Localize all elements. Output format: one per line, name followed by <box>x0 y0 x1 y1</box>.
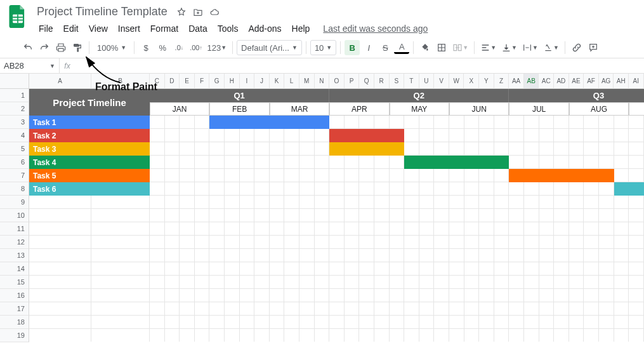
row-header[interactable]: 7 <box>0 169 29 182</box>
task-label[interactable]: Task 5 <box>29 169 150 182</box>
row-header[interactable]: 12 <box>0 236 29 249</box>
horizontal-align-button[interactable]: ▼ <box>478 40 498 55</box>
fill-color-button[interactable] <box>417 40 433 55</box>
menu-view[interactable]: View <box>84 21 112 36</box>
row-header[interactable]: 15 <box>0 276 29 289</box>
row-header[interactable]: 2 <box>0 102 29 116</box>
italic-button[interactable]: I <box>361 40 376 55</box>
column-header[interactable]: AE <box>569 74 584 89</box>
column-header[interactable]: AH <box>614 74 629 89</box>
column-header[interactable]: S <box>390 74 405 89</box>
column-header[interactable]: V <box>434 74 449 89</box>
vertical-align-button[interactable]: ▼ <box>499 40 519 55</box>
print-button[interactable] <box>53 40 69 55</box>
cell[interactable]: AUG <box>569 102 629 116</box>
column-header[interactable]: B <box>91 74 150 89</box>
column-header[interactable]: G <box>209 74 225 89</box>
column-header[interactable]: R <box>374 74 390 89</box>
format-currency-button[interactable]: $ <box>138 40 154 55</box>
strikethrough-button[interactable]: S <box>378 40 393 55</box>
font-size-selector[interactable]: 10▼ <box>310 40 336 55</box>
column-header[interactable]: Z <box>494 74 509 89</box>
cells[interactable]: Project TimelineQ1Q2Q3JANFEBMARAPRMAYJUN… <box>29 89 644 342</box>
column-header[interactable]: K <box>270 74 285 89</box>
row-header[interactable]: 10 <box>0 209 29 222</box>
cell[interactable]: Q1 <box>150 89 329 102</box>
cell[interactable]: JUN <box>449 102 509 116</box>
sheets-logo[interactable] <box>5 4 30 29</box>
column-header[interactable]: O <box>329 74 345 89</box>
column-header[interactable]: AG <box>599 74 614 89</box>
borders-button[interactable] <box>434 40 449 55</box>
text-rotation-button[interactable]: ▼ <box>541 40 561 55</box>
select-all-corner[interactable] <box>0 74 29 89</box>
column-header[interactable]: AC <box>539 74 554 89</box>
column-header[interactable]: Q <box>359 74 374 89</box>
cell[interactable]: Q2 <box>329 89 509 102</box>
redo-button[interactable] <box>37 40 52 55</box>
cell[interactable]: Project Timeline <box>29 89 150 116</box>
menu-format[interactable]: Format <box>146 21 183 36</box>
row-header[interactable]: 9 <box>0 196 29 209</box>
paint-format-button[interactable] <box>70 40 85 55</box>
menu-help[interactable]: Help <box>287 21 315 36</box>
task-label[interactable]: Task 4 <box>29 156 150 169</box>
more-formats-button[interactable]: 123▼ <box>205 40 228 55</box>
row-header[interactable]: 14 <box>0 262 29 276</box>
column-header[interactable]: I <box>240 74 255 89</box>
column-header[interactable]: AF <box>584 74 599 89</box>
cell[interactable]: APR <box>329 102 389 116</box>
column-header[interactable]: N <box>315 74 330 89</box>
menu-file[interactable]: File <box>34 21 58 36</box>
cell[interactable]: MAY <box>390 102 449 116</box>
gantt-bar[interactable] <box>329 142 404 156</box>
row-header[interactable]: 5 <box>0 142 29 156</box>
row-header[interactable]: 1 <box>0 89 29 102</box>
row-header[interactable]: 18 <box>0 316 29 329</box>
increase-decimal-button[interactable]: .00↑ <box>188 40 204 55</box>
row-header[interactable]: 17 <box>0 302 29 316</box>
format-percent-button[interactable]: % <box>155 40 170 55</box>
doc-title[interactable]: Project Timeline Template <box>34 4 170 20</box>
task-label[interactable]: Task 1 <box>29 116 150 129</box>
column-header[interactable]: AI <box>629 74 644 89</box>
bold-button[interactable]: B <box>345 40 360 55</box>
menu-tools[interactable]: Tools <box>213 21 243 36</box>
zoom-selector[interactable]: 100%▼ <box>93 40 130 55</box>
cell[interactable]: JAN <box>150 102 209 116</box>
column-header[interactable]: D <box>165 74 180 89</box>
column-header[interactable]: C <box>150 74 165 89</box>
column-header[interactable]: A <box>29 74 91 89</box>
formula-input[interactable] <box>75 58 644 73</box>
gantt-bar[interactable] <box>614 182 644 196</box>
row-header[interactable]: 6 <box>0 156 29 169</box>
gantt-bar[interactable] <box>209 116 329 129</box>
row-header[interactable]: 3 <box>0 116 29 129</box>
star-icon[interactable] <box>176 7 187 17</box>
gantt-bar[interactable] <box>404 156 509 169</box>
row-header[interactable]: 11 <box>0 222 29 236</box>
menu-addons[interactable]: Add-ons <box>244 21 286 36</box>
task-label[interactable]: Task 3 <box>29 142 150 156</box>
undo-button[interactable] <box>20 40 36 55</box>
column-header[interactable]: F <box>195 74 210 89</box>
decrease-decimal-button[interactable]: .0↓ <box>171 40 187 55</box>
row-header[interactable]: 19 <box>0 329 29 342</box>
insert-comment-button[interactable] <box>586 40 601 55</box>
column-header[interactable]: L <box>284 74 299 89</box>
cell[interactable]: FEB <box>209 102 269 116</box>
column-header[interactable]: AA <box>509 74 524 89</box>
column-header[interactable]: E <box>180 74 195 89</box>
column-header[interactable]: AD <box>554 74 569 89</box>
text-wrap-button[interactable]: ▼ <box>520 40 540 55</box>
cell[interactable]: SE <box>629 102 644 116</box>
cell[interactable]: MAR <box>270 102 329 116</box>
row-header[interactable]: 4 <box>0 129 29 142</box>
cell[interactable]: Q3 <box>509 89 644 102</box>
row-header[interactable]: 16 <box>0 289 29 302</box>
column-header[interactable]: U <box>419 74 435 89</box>
menu-edit[interactable]: Edit <box>59 21 83 36</box>
column-header[interactable]: AB <box>524 74 539 89</box>
menu-data[interactable]: Data <box>184 21 212 36</box>
column-header[interactable]: J <box>254 74 270 89</box>
